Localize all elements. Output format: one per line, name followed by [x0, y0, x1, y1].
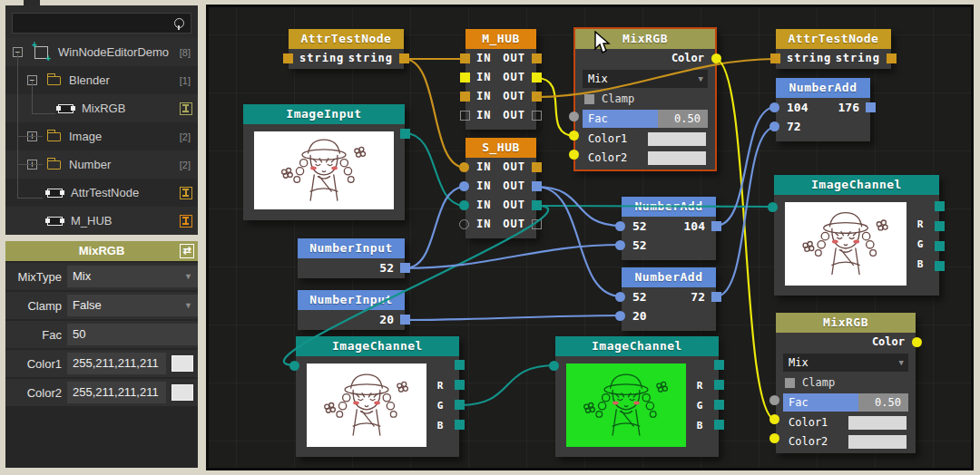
socket-in[interactable]: [283, 53, 293, 63]
node-type-badge-icon[interactable]: [180, 215, 192, 228]
socket-out[interactable]: [711, 292, 721, 302]
socket-in[interactable]: [769, 102, 779, 112]
socket-color2-in[interactable]: [569, 150, 579, 160]
mix-dropdown[interactable]: Mix▼: [583, 70, 708, 88]
tree-item-mixrgb[interactable]: MixRGB: [5, 94, 198, 122]
clamp-dropdown[interactable]: False▼: [67, 295, 198, 316]
socket-in[interactable]: [770, 53, 780, 63]
mixtype-dropdown[interactable]: Mix▼: [67, 266, 198, 287]
socket-in[interactable]: [768, 202, 778, 212]
node-header[interactable]: ImageChannel: [296, 336, 459, 356]
node-s-hub[interactable]: S_HUB INOUT INOUT INOUT INOUT: [466, 138, 536, 238]
node-header[interactable]: NumberAdd: [776, 78, 870, 98]
socket-in[interactable]: [459, 219, 469, 229]
socket-in[interactable]: [769, 121, 779, 131]
node-header[interactable]: NumberInput: [298, 238, 405, 258]
tree-item-winnodeeditordemo[interactable]: − ++ WinNodeEditorDemo [8]: [5, 38, 198, 66]
tree-item-m-hub[interactable]: M_HUB: [5, 207, 198, 235]
color1-input[interactable]: 255,211,211,211: [67, 353, 166, 374]
socket-out[interactable]: [532, 200, 542, 210]
color2-swatch[interactable]: [172, 384, 193, 401]
node-header[interactable]: ImageChannel: [774, 175, 939, 195]
wire-numberinput_1.out-to-s_hub.in2[interactable]: [405, 187, 466, 268]
socket-color1-in[interactable]: [569, 131, 579, 141]
socket-in[interactable]: [615, 292, 625, 302]
wire-attrtest_left.out-to-s_hub.in1[interactable]: [404, 59, 466, 168]
node-header[interactable]: ImageChannel: [555, 336, 719, 356]
socket-out[interactable]: [935, 201, 945, 211]
input-value[interactable]: 52: [632, 236, 647, 255]
clamp-checkbox[interactable]: [785, 378, 795, 388]
socket-in[interactable]: [460, 111, 470, 121]
socket-out[interactable]: [400, 129, 410, 139]
socket-in[interactable]: [460, 92, 470, 102]
socket-out[interactable]: [532, 92, 542, 102]
color1-swatch[interactable]: [172, 355, 193, 372]
socket-r-out[interactable]: [714, 380, 724, 390]
node-numberadd-right[interactable]: NumberAdd 104176 72: [776, 78, 870, 141]
node-header[interactable]: ImageInput: [243, 104, 405, 124]
color2-input[interactable]: 255,211,211,211: [67, 382, 166, 403]
socket-color-out[interactable]: [711, 53, 721, 63]
search-input[interactable]: [13, 17, 173, 30]
number-value[interactable]: 20: [379, 310, 394, 329]
node-header[interactable]: NumberInput: [298, 290, 405, 310]
socket-out[interactable]: [400, 263, 410, 273]
node-editor-canvas[interactable]: AttrTestNode stringstring M_HUB INOUT IN…: [206, 5, 974, 470]
socket-fac-in[interactable]: [569, 111, 579, 121]
socket-in[interactable]: [549, 361, 559, 371]
wire-numberinput_2.out-to-numberadd_mid2.in2[interactable]: [405, 315, 622, 320]
tree-item-blender[interactable]: − Blender [1]: [5, 66, 198, 94]
socket-b-out[interactable]: [714, 420, 724, 430]
socket-out[interactable]: [532, 162, 542, 172]
socket-fac-in[interactable]: [769, 395, 779, 405]
node-mixrgb-bottom[interactable]: MixRGB Color Mix▼ Clamp Fac0.50 Color1 C…: [776, 313, 916, 453]
node-header[interactable]: S_HUB: [466, 138, 536, 158]
socket-color-out[interactable]: [912, 337, 922, 347]
color2-swatch[interactable]: [648, 151, 706, 165]
node-type-badge-icon[interactable]: [180, 102, 192, 115]
socket-in[interactable]: [615, 221, 625, 231]
socket-out[interactable]: [887, 53, 897, 63]
node-numberinput-2[interactable]: NumberInput 20: [298, 290, 405, 330]
socket-in[interactable]: [615, 240, 625, 250]
socket-out[interactable]: [532, 73, 542, 82]
socket-color1-in[interactable]: [769, 414, 779, 424]
tree-item-attrtestnode[interactable]: AttrTestNode: [5, 179, 198, 207]
color2-swatch[interactable]: [848, 435, 906, 449]
socket-color2-in[interactable]: [769, 433, 779, 443]
input-value[interactable]: 72: [787, 117, 801, 136]
clamp-checkbox[interactable]: [584, 94, 594, 104]
wire-s_hub.out2-to-numberadd_mid2.in1[interactable]: [536, 187, 622, 296]
socket-r-out[interactable]: [935, 221, 945, 231]
input-value[interactable]: 52: [632, 217, 647, 236]
socket-out[interactable]: [399, 53, 409, 63]
socket-in[interactable]: [615, 311, 625, 321]
node-header[interactable]: AttrTestNode: [776, 29, 891, 49]
node-header[interactable]: M_HUB: [466, 29, 536, 49]
node-header[interactable]: MixRGB: [776, 313, 916, 333]
fac-slider[interactable]: Fac0.50: [583, 110, 708, 128]
search-box[interactable]: [12, 13, 191, 34]
node-header[interactable]: NumberAdd: [622, 267, 716, 287]
wire-imageinput.out-to-s_hub.in3[interactable]: [405, 133, 466, 206]
node-imagechannel-left[interactable]: ImageChannel R G B: [296, 336, 459, 457]
color1-swatch[interactable]: [648, 132, 706, 146]
socket-g-out[interactable]: [935, 241, 945, 251]
socket-out[interactable]: [532, 219, 542, 229]
socket-out[interactable]: [455, 360, 465, 370]
wire-imagechannel_bl.g-to-imagechannel_mid.in[interactable]: [459, 365, 555, 405]
socket-in[interactable]: [459, 162, 469, 172]
socket-out[interactable]: [532, 53, 542, 63]
wire-numberadd_mid2.out-to-numberadd_right.in2[interactable]: [716, 127, 776, 296]
mix-dropdown[interactable]: Mix▼: [783, 354, 908, 372]
input-value[interactable]: 20: [632, 306, 647, 325]
fac-input[interactable]: 50: [67, 324, 198, 345]
socket-b-out[interactable]: [455, 420, 465, 430]
node-header[interactable]: AttrTestNode: [289, 29, 404, 49]
socket-g-out[interactable]: [714, 400, 724, 410]
node-numberadd-1[interactable]: NumberAdd 52104 52: [622, 197, 716, 260]
socket-in[interactable]: [459, 200, 469, 210]
input-value[interactable]: 52: [632, 287, 647, 306]
wire-mixrgb_top.color-to-mixrgb_bottom.color1[interactable]: [715, 59, 776, 420]
